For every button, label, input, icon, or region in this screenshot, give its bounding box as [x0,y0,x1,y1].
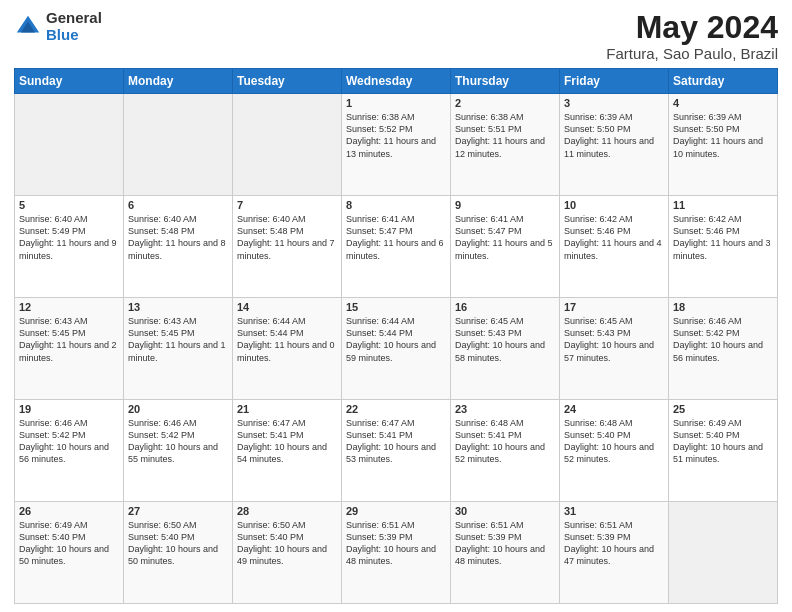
logo-icon [14,13,42,41]
day-info: Sunrise: 6:51 AMSunset: 5:39 PMDaylight:… [346,519,446,568]
calendar-cell: 10Sunrise: 6:42 AMSunset: 5:46 PMDayligh… [560,196,669,298]
day-info: Sunrise: 6:41 AMSunset: 5:47 PMDaylight:… [346,213,446,262]
day-number: 5 [19,199,119,211]
calendar-cell: 26Sunrise: 6:49 AMSunset: 5:40 PMDayligh… [15,502,124,604]
day-info: Sunrise: 6:40 AMSunset: 5:48 PMDaylight:… [237,213,337,262]
calendar-cell: 23Sunrise: 6:48 AMSunset: 5:41 PMDayligh… [451,400,560,502]
day-info: Sunrise: 6:39 AMSunset: 5:50 PMDaylight:… [673,111,773,160]
day-number: 28 [237,505,337,517]
day-info: Sunrise: 6:46 AMSunset: 5:42 PMDaylight:… [19,417,119,466]
day-number: 13 [128,301,228,313]
day-number: 25 [673,403,773,415]
day-number: 21 [237,403,337,415]
day-number: 9 [455,199,555,211]
header-row: SundayMondayTuesdayWednesdayThursdayFrid… [15,69,778,94]
day-info: Sunrise: 6:46 AMSunset: 5:42 PMDaylight:… [673,315,773,364]
day-number: 17 [564,301,664,313]
day-info: Sunrise: 6:42 AMSunset: 5:46 PMDaylight:… [673,213,773,262]
title-area: May 2024 Fartura, Sao Paulo, Brazil [606,10,778,62]
day-of-week-friday: Friday [560,69,669,94]
day-info: Sunrise: 6:46 AMSunset: 5:42 PMDaylight:… [128,417,228,466]
calendar-cell: 7Sunrise: 6:40 AMSunset: 5:48 PMDaylight… [233,196,342,298]
day-of-week-saturday: Saturday [669,69,778,94]
day-info: Sunrise: 6:48 AMSunset: 5:41 PMDaylight:… [455,417,555,466]
calendar-cell: 12Sunrise: 6:43 AMSunset: 5:45 PMDayligh… [15,298,124,400]
day-info: Sunrise: 6:47 AMSunset: 5:41 PMDaylight:… [237,417,337,466]
day-of-week-tuesday: Tuesday [233,69,342,94]
calendar-cell: 2Sunrise: 6:38 AMSunset: 5:51 PMDaylight… [451,94,560,196]
calendar-cell: 18Sunrise: 6:46 AMSunset: 5:42 PMDayligh… [669,298,778,400]
calendar-cell: 11Sunrise: 6:42 AMSunset: 5:46 PMDayligh… [669,196,778,298]
calendar-cell: 17Sunrise: 6:45 AMSunset: 5:43 PMDayligh… [560,298,669,400]
day-info: Sunrise: 6:39 AMSunset: 5:50 PMDaylight:… [564,111,664,160]
day-number: 11 [673,199,773,211]
logo: General Blue [14,10,102,43]
day-number: 10 [564,199,664,211]
day-info: Sunrise: 6:40 AMSunset: 5:48 PMDaylight:… [128,213,228,262]
day-info: Sunrise: 6:49 AMSunset: 5:40 PMDaylight:… [673,417,773,466]
day-of-week-sunday: Sunday [15,69,124,94]
day-number: 1 [346,97,446,109]
calendar-cell: 25Sunrise: 6:49 AMSunset: 5:40 PMDayligh… [669,400,778,502]
day-info: Sunrise: 6:43 AMSunset: 5:45 PMDaylight:… [19,315,119,364]
calendar-cell: 19Sunrise: 6:46 AMSunset: 5:42 PMDayligh… [15,400,124,502]
calendar-cell: 29Sunrise: 6:51 AMSunset: 5:39 PMDayligh… [342,502,451,604]
page: General Blue May 2024 Fartura, Sao Paulo… [0,0,792,612]
day-info: Sunrise: 6:40 AMSunset: 5:49 PMDaylight:… [19,213,119,262]
calendar-cell: 9Sunrise: 6:41 AMSunset: 5:47 PMDaylight… [451,196,560,298]
logo-general: General [46,10,102,27]
day-number: 26 [19,505,119,517]
calendar-cell [669,502,778,604]
logo-blue: Blue [46,27,102,44]
day-number: 4 [673,97,773,109]
calendar-cell: 5Sunrise: 6:40 AMSunset: 5:49 PMDaylight… [15,196,124,298]
calendar-cell: 16Sunrise: 6:45 AMSunset: 5:43 PMDayligh… [451,298,560,400]
day-info: Sunrise: 6:51 AMSunset: 5:39 PMDaylight:… [455,519,555,568]
week-row-1: 1Sunrise: 6:38 AMSunset: 5:52 PMDaylight… [15,94,778,196]
calendar-cell: 8Sunrise: 6:41 AMSunset: 5:47 PMDaylight… [342,196,451,298]
day-number: 23 [455,403,555,415]
day-number: 6 [128,199,228,211]
day-info: Sunrise: 6:38 AMSunset: 5:51 PMDaylight:… [455,111,555,160]
day-info: Sunrise: 6:45 AMSunset: 5:43 PMDaylight:… [455,315,555,364]
day-number: 22 [346,403,446,415]
day-number: 15 [346,301,446,313]
week-row-2: 5Sunrise: 6:40 AMSunset: 5:49 PMDaylight… [15,196,778,298]
day-info: Sunrise: 6:44 AMSunset: 5:44 PMDaylight:… [237,315,337,364]
calendar-cell: 1Sunrise: 6:38 AMSunset: 5:52 PMDaylight… [342,94,451,196]
calendar-cell: 28Sunrise: 6:50 AMSunset: 5:40 PMDayligh… [233,502,342,604]
day-number: 3 [564,97,664,109]
calendar-cell [15,94,124,196]
calendar-cell: 22Sunrise: 6:47 AMSunset: 5:41 PMDayligh… [342,400,451,502]
day-number: 19 [19,403,119,415]
day-info: Sunrise: 6:41 AMSunset: 5:47 PMDaylight:… [455,213,555,262]
day-info: Sunrise: 6:42 AMSunset: 5:46 PMDaylight:… [564,213,664,262]
day-info: Sunrise: 6:44 AMSunset: 5:44 PMDaylight:… [346,315,446,364]
week-row-5: 26Sunrise: 6:49 AMSunset: 5:40 PMDayligh… [15,502,778,604]
day-info: Sunrise: 6:49 AMSunset: 5:40 PMDaylight:… [19,519,119,568]
calendar-cell: 21Sunrise: 6:47 AMSunset: 5:41 PMDayligh… [233,400,342,502]
header: General Blue May 2024 Fartura, Sao Paulo… [14,10,778,62]
calendar-cell: 24Sunrise: 6:48 AMSunset: 5:40 PMDayligh… [560,400,669,502]
day-of-week-wednesday: Wednesday [342,69,451,94]
calendar-cell: 30Sunrise: 6:51 AMSunset: 5:39 PMDayligh… [451,502,560,604]
month-title: May 2024 [606,10,778,45]
calendar-cell: 13Sunrise: 6:43 AMSunset: 5:45 PMDayligh… [124,298,233,400]
week-row-4: 19Sunrise: 6:46 AMSunset: 5:42 PMDayligh… [15,400,778,502]
day-number: 12 [19,301,119,313]
day-of-week-monday: Monday [124,69,233,94]
calendar-cell: 27Sunrise: 6:50 AMSunset: 5:40 PMDayligh… [124,502,233,604]
calendar-cell: 4Sunrise: 6:39 AMSunset: 5:50 PMDaylight… [669,94,778,196]
calendar-table: SundayMondayTuesdayWednesdayThursdayFrid… [14,68,778,604]
day-number: 14 [237,301,337,313]
day-info: Sunrise: 6:51 AMSunset: 5:39 PMDaylight:… [564,519,664,568]
day-info: Sunrise: 6:45 AMSunset: 5:43 PMDaylight:… [564,315,664,364]
day-info: Sunrise: 6:47 AMSunset: 5:41 PMDaylight:… [346,417,446,466]
day-of-week-thursday: Thursday [451,69,560,94]
day-info: Sunrise: 6:48 AMSunset: 5:40 PMDaylight:… [564,417,664,466]
day-number: 20 [128,403,228,415]
calendar-cell: 20Sunrise: 6:46 AMSunset: 5:42 PMDayligh… [124,400,233,502]
calendar-cell [233,94,342,196]
day-number: 18 [673,301,773,313]
day-number: 31 [564,505,664,517]
